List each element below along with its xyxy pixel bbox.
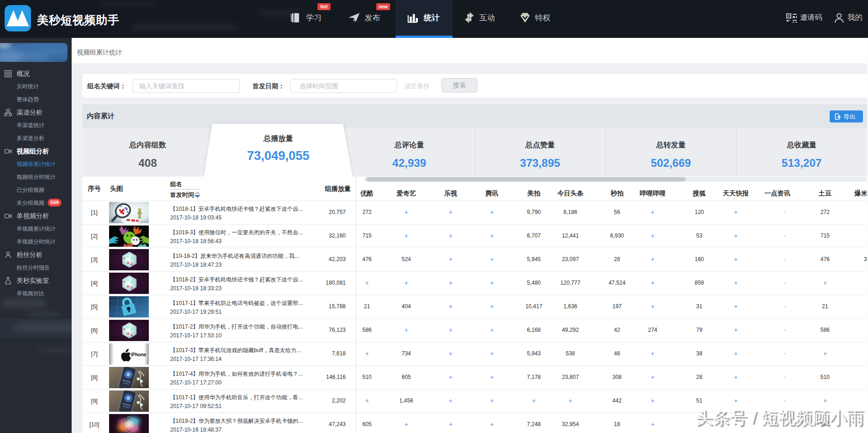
svg-text:iPhone: iPhone [131, 352, 147, 357]
